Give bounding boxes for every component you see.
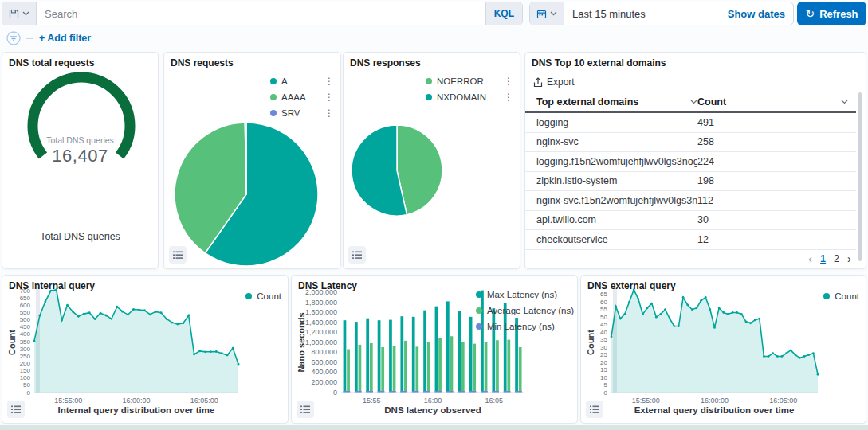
legend-toggle-button[interactable]: [297, 401, 314, 418]
gauge-bottom-label: Total DNS queries: [2, 231, 158, 242]
pagination-next-icon[interactable]: ›: [847, 252, 851, 265]
svg-text:50: 50: [600, 314, 607, 321]
legend-menu-icon[interactable]: ⋮: [313, 92, 334, 103]
add-filter-button[interactable]: + Add filter: [39, 33, 91, 44]
saved-query-menu-button[interactable]: [2, 2, 37, 25]
cell-count: 198: [697, 175, 856, 186]
legend: Count: [245, 288, 281, 304]
legend-item[interactable]: Count: [245, 288, 281, 304]
legend-dot-icon: [426, 78, 432, 84]
table-row[interactable]: nginx-svc.f15n2womfujehfjlwv0lgs3no...11…: [525, 191, 856, 211]
legend-item[interactable]: A⋮: [270, 73, 334, 89]
legend-label: Average Latency (ns): [487, 306, 574, 315]
search-input[interactable]: [37, 8, 485, 20]
table-body: logging491nginx-svc258logging.f15n2womfu…: [525, 113, 856, 250]
legend-menu-icon[interactable]: ⋮: [493, 76, 513, 87]
svg-text:1,400,000: 1,400,000: [305, 319, 337, 326]
save-query-icon: [9, 9, 19, 19]
legend-item[interactable]: NXDOMAIN⋮: [426, 89, 513, 105]
svg-text:45: 45: [600, 321, 607, 328]
table-row[interactable]: logging.f15n2womfujehfjlwv0lgs3nog....22…: [525, 152, 856, 172]
table-header: Top external domains Count: [525, 92, 856, 113]
legend-label: AAAA: [281, 92, 306, 102]
x-axis-title: External query distribution over time: [611, 405, 817, 415]
divider: [26, 38, 33, 39]
show-dates-button[interactable]: Show dates: [728, 8, 793, 20]
legend-menu-icon[interactable]: ⋮: [313, 108, 334, 119]
pagination-page-1[interactable]: 1: [820, 253, 826, 264]
svg-text:35: 35: [600, 336, 607, 343]
kql-button[interactable]: KQL: [485, 2, 522, 25]
legend-item[interactable]: SRV⋮: [270, 105, 334, 121]
y-axis-title: Nano seconds: [297, 312, 306, 372]
svg-text:0: 0: [27, 389, 31, 397]
dashboard: KQL Last 15 minutes Show dates ↻ Refresh…: [0, 0, 868, 430]
table-row[interactable]: api.twilio.com30: [525, 211, 856, 231]
legend-toggle-button[interactable]: [586, 401, 603, 418]
table-row[interactable]: logging491: [525, 113, 856, 133]
svg-text:16:00:00: 16:00:00: [122, 397, 150, 405]
date-quick-menu-button[interactable]: [530, 2, 564, 25]
legend: Count: [823, 288, 859, 304]
legend-toggle-button[interactable]: [7, 401, 25, 418]
legend-label: NXDOMAIN: [437, 92, 486, 102]
legend-toggle-button[interactable]: [169, 246, 187, 264]
svg-text:50: 50: [23, 381, 30, 389]
refresh-button[interactable]: ↻ Refresh: [797, 2, 866, 25]
table-row[interactable]: checkoutservice12: [525, 230, 856, 250]
pagination-prev-icon[interactable]: ‹: [808, 252, 812, 265]
legend-toggle-button[interactable]: [348, 246, 366, 264]
gauge-center-label: Total DNS queries: [2, 135, 158, 145]
export-button[interactable]: Export: [533, 76, 575, 88]
svg-text:350: 350: [20, 338, 31, 346]
legend-dot-icon: [245, 293, 252, 299]
pagination-page-2[interactable]: 2: [834, 253, 839, 264]
x-axis-title: Internal query distribution over time: [34, 405, 238, 415]
list-icon: [352, 251, 362, 260]
svg-text:600: 600: [20, 302, 31, 309]
time-range-label[interactable]: Last 15 minutes: [564, 8, 646, 20]
calendar-icon: [536, 9, 547, 19]
table-row[interactable]: zipkin.istio-system198: [525, 172, 856, 192]
gauge-value: 16,407: [2, 146, 158, 166]
panel-dns-total-requests: DNS total requests Total DNS queries 16,…: [2, 52, 159, 269]
legend-item[interactable]: Average Latency (ns): [476, 303, 574, 319]
cell-count: 112: [697, 195, 856, 206]
legend-label: Max Latency (ns): [487, 290, 557, 299]
legend: A⋮AAAA⋮SRV⋮: [270, 73, 334, 121]
export-label: Export: [547, 76, 575, 88]
legend-item[interactable]: Count: [823, 288, 859, 304]
legend-item[interactable]: NOERROR⋮: [426, 73, 513, 89]
panel-title: DNS requests: [171, 57, 234, 68]
legend-item[interactable]: Min Latency (ns): [476, 319, 574, 334]
panel-title: DNS responses: [350, 57, 421, 68]
filter-icon[interactable]: [6, 31, 21, 45]
svg-text:800,000: 800,000: [311, 348, 337, 356]
panel-dns-requests: DNS requests A⋮AAAA⋮SRV⋮: [163, 52, 341, 269]
chevron-down-icon: [550, 11, 557, 16]
table-scrollbar[interactable]: [858, 92, 862, 261]
chevron-down-icon: [841, 100, 848, 104]
legend: Max Latency (ns)Average Latency (ns)Min …: [476, 287, 574, 334]
legend-dot-icon: [270, 94, 277, 100]
legend-menu-icon[interactable]: ⋮: [313, 76, 334, 87]
panel-title: DNS Latency: [298, 280, 357, 291]
panel-dns-top-external-domains: DNS Top 10 external domains Export Top e…: [524, 52, 866, 269]
next-row-panels-edge: [0, 425, 868, 430]
cell-domain: logging: [525, 117, 697, 128]
column-header-domains[interactable]: Top external domains: [525, 96, 697, 108]
table-row[interactable]: nginx-svc258: [525, 133, 856, 153]
query-bar: KQL: [2, 2, 523, 25]
legend-menu-icon[interactable]: ⋮: [493, 92, 513, 103]
panel-dns-responses: DNS responses NOERROR⋮NXDOMAIN⋮: [343, 52, 520, 269]
svg-text:15:55: 15:55: [363, 397, 381, 405]
legend-item[interactable]: Max Latency (ns): [476, 287, 574, 303]
legend-dot-icon: [270, 110, 277, 116]
cell-count: 12: [697, 234, 856, 245]
column-header-count[interactable]: Count: [697, 96, 856, 108]
pagination: ‹12›: [808, 252, 851, 265]
panel-title: DNS Top 10 external domains: [532, 57, 666, 68]
legend-item[interactable]: AAAA⋮: [270, 89, 334, 105]
svg-text:1,000,000: 1,000,000: [305, 338, 337, 346]
legend-dot-icon: [270, 78, 277, 84]
